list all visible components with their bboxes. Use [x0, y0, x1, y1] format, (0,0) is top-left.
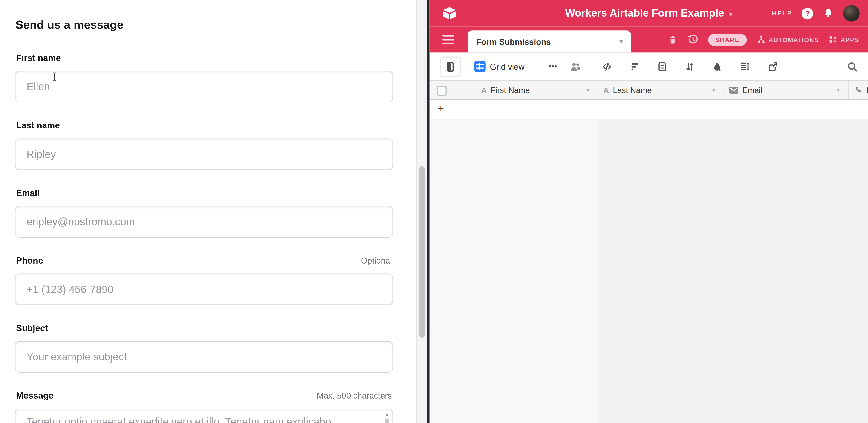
chevron-down-icon[interactable]: ▾ [587, 86, 593, 93]
hide-fields-icon[interactable] [601, 61, 613, 72]
tab-form-submissions[interactable]: Form Submissions ▾ [468, 30, 631, 53]
chevron-down-icon[interactable]: ▾ [729, 8, 733, 18]
help-button[interactable]: HELP [772, 10, 792, 17]
grid-record-area [430, 120, 598, 423]
chevron-down-icon[interactable]: ▾ [837, 86, 843, 93]
views-sidebar-toggle-button[interactable] [439, 56, 461, 77]
collaborators-icon[interactable] [570, 61, 582, 72]
message-label: Message [16, 391, 54, 401]
active-table-name: Form Submissions [476, 37, 551, 46]
column-header-last-name[interactable]: A Last Name ▾ [598, 81, 723, 99]
history-icon[interactable] [687, 34, 699, 46]
scroll-up-arrow-icon[interactable]: ▲ [384, 412, 390, 417]
row-height-icon[interactable] [739, 61, 751, 72]
trash-icon[interactable] [668, 34, 677, 45]
message-maxlength-hint: Max. 500 characters [317, 391, 392, 400]
sort-icon[interactable] [684, 61, 695, 72]
contact-form-pane: Send us a message First name Last name E… [0, 0, 416, 423]
help-circle-icon[interactable]: ? [802, 7, 813, 19]
bell-icon[interactable] [823, 7, 834, 19]
phone-field-group: Phone Optional [15, 256, 393, 305]
select-all-checkbox[interactable] [437, 86, 447, 96]
subject-field-group: Subject [15, 323, 393, 372]
chevron-down-icon[interactable]: ▾ [619, 38, 623, 46]
chevron-down-icon[interactable]: ▾ [712, 86, 718, 93]
subject-input[interactable] [15, 341, 393, 372]
grid-header-row: A First Name ▾ A Last Name ▾ Email ▾ [430, 80, 868, 100]
share-view-icon[interactable] [767, 61, 778, 72]
view-toolbar: Grid view ••• [430, 53, 868, 80]
view-name-label[interactable]: Grid view [490, 62, 524, 71]
last-name-input[interactable] [15, 138, 393, 170]
automations-icon [756, 34, 766, 45]
menu-icon[interactable] [442, 35, 455, 44]
column-header-first-name[interactable]: A First Name ▾ [476, 81, 598, 99]
share-button[interactable]: SHARE [708, 34, 747, 46]
phone-label: Phone [16, 256, 43, 266]
subject-label: Subject [16, 323, 48, 333]
last-name-label: Last name [16, 121, 60, 130]
filter-icon[interactable] [629, 61, 641, 72]
apps-button[interactable]: APPS [828, 34, 859, 45]
search-icon[interactable] [846, 61, 858, 72]
avatar[interactable] [843, 5, 860, 22]
cursor-ibeam-icon [52, 72, 58, 82]
grid-view-icon [474, 61, 486, 72]
automations-label: AUTOMATIONS [768, 36, 819, 43]
form-title: Send us a message [16, 18, 123, 32]
pane-divider[interactable] [427, 0, 430, 423]
phone-optional-hint: Optional [361, 256, 392, 265]
sidebar-toggle-icon [446, 61, 455, 72]
form-pane-scrollbar-thumb[interactable] [419, 166, 425, 338]
textarea-scrollbar-thumb[interactable] [385, 419, 389, 423]
airtable-tabbar: Form Submissions ▾ [430, 27, 868, 53]
column-header-phone[interactable]: Phone [848, 81, 868, 99]
email-field-group: Email [15, 188, 393, 238]
add-record-button[interactable]: + [438, 103, 444, 115]
text-field-icon: A [481, 86, 487, 94]
toolbar-divider [592, 59, 592, 73]
airtable-window: Workers Airtable Form Example ▾ HELP ? F… [430, 0, 868, 423]
add-record-row[interactable]: + [430, 100, 868, 120]
first-name-field-group: First name [15, 53, 393, 102]
email-field-icon [729, 86, 739, 94]
email-input[interactable] [15, 206, 393, 238]
apps-icon [828, 34, 838, 45]
more-options-icon[interactable]: ••• [549, 63, 558, 70]
first-name-input[interactable] [15, 71, 393, 102]
automations-button[interactable]: AUTOMATIONS [756, 34, 819, 45]
form-pane-scrollbar[interactable] [416, 0, 427, 423]
apps-label: APPS [840, 36, 859, 43]
group-icon[interactable] [657, 61, 668, 72]
first-name-label: First name [16, 53, 61, 63]
last-name-field-group: Last name [15, 121, 393, 170]
phone-field-icon [854, 86, 863, 94]
email-label: Email [16, 188, 40, 198]
message-textarea[interactable] [15, 409, 393, 423]
phone-input[interactable] [15, 273, 393, 305]
text-field-icon: A [603, 86, 609, 94]
column-divider[interactable] [598, 80, 598, 423]
screen: Send us a message First name Last name E… [0, 0, 868, 423]
form-fields: First name Last name Email Phone O [15, 53, 393, 423]
column-header-email[interactable]: Email ▾ [723, 81, 848, 99]
airtable-topbar: Workers Airtable Form Example ▾ HELP ? [430, 0, 868, 27]
color-icon[interactable] [712, 61, 723, 72]
textarea-scrollbar[interactable]: ▲ [384, 412, 390, 423]
message-field-group: Message Max. 500 characters ▲ [15, 391, 393, 423]
base-title[interactable]: Workers Airtable Form Example [565, 7, 724, 19]
